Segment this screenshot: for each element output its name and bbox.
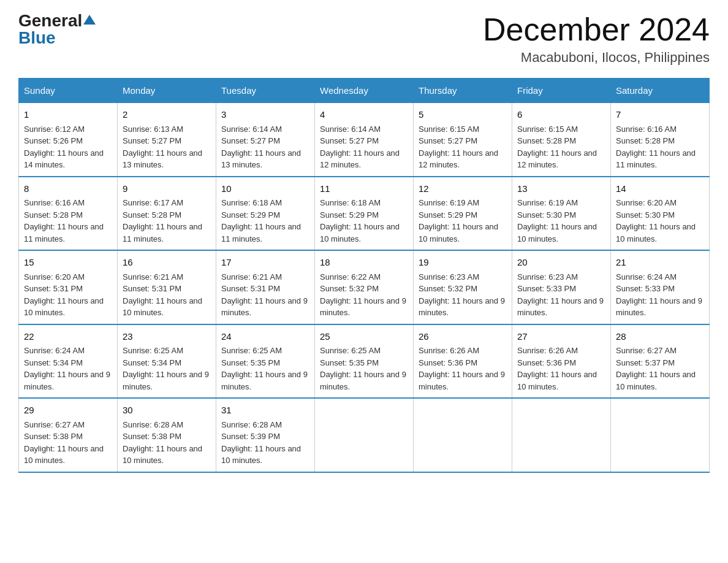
day-number: 23: [123, 330, 211, 344]
day-number: 29: [24, 404, 112, 418]
column-header-wednesday: Wednesday: [315, 79, 414, 102]
column-header-monday: Monday: [118, 79, 216, 102]
day-info: Sunrise: 6:15 AMSunset: 5:28 PMDaylight:…: [517, 123, 605, 171]
logo-triangle-icon: [83, 15, 96, 25]
week-row-4: 22Sunrise: 6:24 AMSunset: 5:34 PMDayligh…: [19, 324, 710, 399]
day-info: Sunrise: 6:25 AMSunset: 5:34 PMDaylight:…: [123, 345, 211, 393]
day-info: Sunrise: 6:18 AMSunset: 5:29 PMDaylight:…: [221, 197, 309, 245]
day-info: Sunrise: 6:27 AMSunset: 5:37 PMDaylight:…: [616, 345, 704, 393]
calendar-cell: 8Sunrise: 6:16 AMSunset: 5:28 PMDaylight…: [19, 177, 118, 251]
calendar-cell: 22Sunrise: 6:24 AMSunset: 5:34 PMDayligh…: [19, 324, 118, 399]
page-title: December 2024: [483, 12, 710, 47]
day-info: Sunrise: 6:14 AMSunset: 5:27 PMDaylight:…: [221, 123, 309, 171]
calendar-cell: 13Sunrise: 6:19 AMSunset: 5:30 PMDayligh…: [512, 177, 611, 251]
calendar-cell: 24Sunrise: 6:25 AMSunset: 5:35 PMDayligh…: [216, 324, 315, 399]
calendar-cell: 4Sunrise: 6:14 AMSunset: 5:27 PMDaylight…: [315, 102, 414, 177]
week-row-2: 8Sunrise: 6:16 AMSunset: 5:28 PMDaylight…: [19, 177, 710, 251]
day-number: 1: [24, 108, 112, 122]
column-header-thursday: Thursday: [414, 79, 512, 102]
week-row-1: 1Sunrise: 6:12 AMSunset: 5:26 PMDaylight…: [19, 102, 710, 177]
day-number: 7: [616, 108, 704, 122]
day-info: Sunrise: 6:20 AMSunset: 5:31 PMDaylight:…: [24, 271, 112, 319]
day-number: 20: [517, 256, 605, 270]
day-number: 18: [320, 256, 408, 270]
day-info: Sunrise: 6:12 AMSunset: 5:26 PMDaylight:…: [24, 123, 112, 171]
page-subtitle: Macabuboni, Ilocos, Philippines: [483, 50, 710, 66]
calendar-cell: 12Sunrise: 6:19 AMSunset: 5:29 PMDayligh…: [414, 177, 512, 251]
calendar-table: SundayMondayTuesdayWednesdayThursdayFrid…: [18, 78, 710, 473]
day-info: Sunrise: 6:27 AMSunset: 5:38 PMDaylight:…: [24, 419, 112, 467]
day-number: 12: [419, 182, 507, 196]
day-number: 9: [123, 182, 211, 196]
calendar-cell: 11Sunrise: 6:18 AMSunset: 5:29 PMDayligh…: [315, 177, 414, 251]
calendar-cell: 28Sunrise: 6:27 AMSunset: 5:37 PMDayligh…: [611, 324, 710, 399]
day-number: 8: [24, 182, 112, 196]
day-info: Sunrise: 6:16 AMSunset: 5:28 PMDaylight:…: [24, 197, 112, 245]
day-info: Sunrise: 6:18 AMSunset: 5:29 PMDaylight:…: [320, 197, 408, 245]
column-header-saturday: Saturday: [611, 79, 710, 102]
calendar-cell: 25Sunrise: 6:25 AMSunset: 5:35 PMDayligh…: [315, 324, 414, 399]
calendar-cell: 6Sunrise: 6:15 AMSunset: 5:28 PMDaylight…: [512, 102, 611, 177]
calendar-cell: 15Sunrise: 6:20 AMSunset: 5:31 PMDayligh…: [19, 250, 118, 324]
day-number: 27: [517, 330, 605, 344]
day-number: 10: [221, 182, 309, 196]
day-number: 17: [221, 256, 309, 270]
day-number: 30: [123, 404, 211, 418]
day-number: 11: [320, 182, 408, 196]
day-number: 2: [123, 108, 211, 122]
day-number: 16: [123, 256, 211, 270]
calendar-cell: 3Sunrise: 6:14 AMSunset: 5:27 PMDaylight…: [216, 102, 315, 177]
day-number: 26: [419, 330, 507, 344]
calendar-cell: 20Sunrise: 6:23 AMSunset: 5:33 PMDayligh…: [512, 250, 611, 324]
calendar-cell: 29Sunrise: 6:27 AMSunset: 5:38 PMDayligh…: [19, 398, 118, 472]
day-info: Sunrise: 6:23 AMSunset: 5:33 PMDaylight:…: [517, 271, 605, 319]
calendar-cell: [512, 398, 611, 472]
column-header-friday: Friday: [512, 79, 611, 102]
calendar-cell: 7Sunrise: 6:16 AMSunset: 5:28 PMDaylight…: [611, 102, 710, 177]
day-number: 19: [419, 256, 507, 270]
calendar-cell: 2Sunrise: 6:13 AMSunset: 5:27 PMDaylight…: [118, 102, 216, 177]
calendar-cell: 31Sunrise: 6:28 AMSunset: 5:39 PMDayligh…: [216, 398, 315, 472]
calendar-cell: 27Sunrise: 6:26 AMSunset: 5:36 PMDayligh…: [512, 324, 611, 399]
day-info: Sunrise: 6:28 AMSunset: 5:38 PMDaylight:…: [123, 419, 211, 467]
day-number: 28: [616, 330, 704, 344]
day-info: Sunrise: 6:28 AMSunset: 5:39 PMDaylight:…: [221, 419, 309, 467]
calendar-cell: 19Sunrise: 6:23 AMSunset: 5:32 PMDayligh…: [414, 250, 512, 324]
day-info: Sunrise: 6:24 AMSunset: 5:34 PMDaylight:…: [24, 345, 112, 393]
calendar-cell: 16Sunrise: 6:21 AMSunset: 5:31 PMDayligh…: [118, 250, 216, 324]
column-header-sunday: Sunday: [19, 79, 118, 102]
day-number: 4: [320, 108, 408, 122]
day-info: Sunrise: 6:26 AMSunset: 5:36 PMDaylight:…: [517, 345, 605, 393]
day-info: Sunrise: 6:24 AMSunset: 5:33 PMDaylight:…: [616, 271, 704, 319]
calendar-cell: 18Sunrise: 6:22 AMSunset: 5:32 PMDayligh…: [315, 250, 414, 324]
day-info: Sunrise: 6:19 AMSunset: 5:30 PMDaylight:…: [517, 197, 605, 245]
day-info: Sunrise: 6:15 AMSunset: 5:27 PMDaylight:…: [419, 123, 507, 171]
day-info: Sunrise: 6:21 AMSunset: 5:31 PMDaylight:…: [123, 271, 211, 319]
calendar-cell: 9Sunrise: 6:17 AMSunset: 5:28 PMDaylight…: [118, 177, 216, 251]
day-number: 15: [24, 256, 112, 270]
logo-general: General: [18, 12, 82, 29]
day-info: Sunrise: 6:22 AMSunset: 5:32 PMDaylight:…: [320, 271, 408, 319]
day-info: Sunrise: 6:20 AMSunset: 5:30 PMDaylight:…: [616, 197, 704, 245]
column-header-tuesday: Tuesday: [216, 79, 315, 102]
calendar-cell: 5Sunrise: 6:15 AMSunset: 5:27 PMDaylight…: [414, 102, 512, 177]
calendar-cell: [611, 398, 710, 472]
page-header: General Blue December 2024 Macabuboni, I…: [18, 12, 710, 66]
day-info: Sunrise: 6:13 AMSunset: 5:27 PMDaylight:…: [123, 123, 211, 171]
day-number: 14: [616, 182, 704, 196]
calendar-cell: 14Sunrise: 6:20 AMSunset: 5:30 PMDayligh…: [611, 177, 710, 251]
day-info: Sunrise: 6:14 AMSunset: 5:27 PMDaylight:…: [320, 123, 408, 171]
header-row: SundayMondayTuesdayWednesdayThursdayFrid…: [19, 79, 710, 102]
day-number: 6: [517, 108, 605, 122]
calendar-cell: 21Sunrise: 6:24 AMSunset: 5:33 PMDayligh…: [611, 250, 710, 324]
day-info: Sunrise: 6:23 AMSunset: 5:32 PMDaylight:…: [419, 271, 507, 319]
day-number: 3: [221, 108, 309, 122]
week-row-3: 15Sunrise: 6:20 AMSunset: 5:31 PMDayligh…: [19, 250, 710, 324]
day-number: 25: [320, 330, 408, 344]
calendar-cell: 30Sunrise: 6:28 AMSunset: 5:38 PMDayligh…: [118, 398, 216, 472]
calendar-cell: 1Sunrise: 6:12 AMSunset: 5:26 PMDaylight…: [19, 102, 118, 177]
calendar-cell: 10Sunrise: 6:18 AMSunset: 5:29 PMDayligh…: [216, 177, 315, 251]
day-number: 22: [24, 330, 112, 344]
calendar-cell: 26Sunrise: 6:26 AMSunset: 5:36 PMDayligh…: [414, 324, 512, 399]
day-info: Sunrise: 6:25 AMSunset: 5:35 PMDaylight:…: [221, 345, 309, 393]
